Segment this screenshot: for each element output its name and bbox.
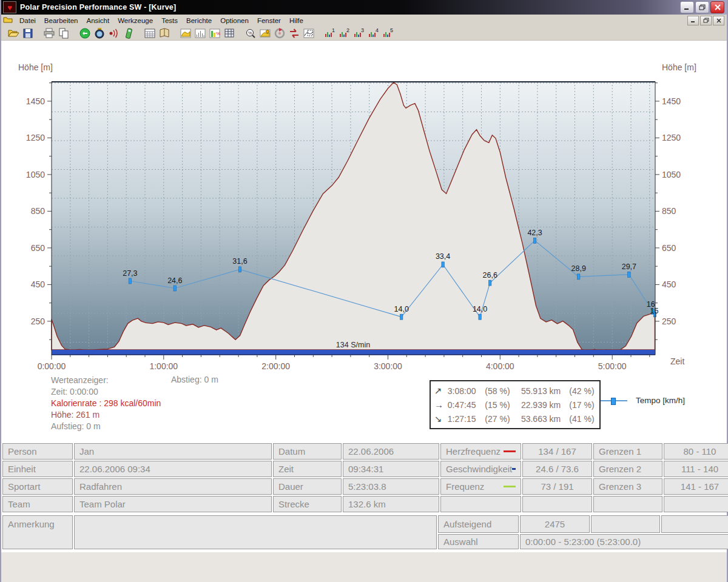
menu-item-werkzeuge[interactable]: Werkzeuge xyxy=(113,16,157,25)
app-heart-icon: ♥ xyxy=(3,1,16,13)
label-person: Person xyxy=(2,443,73,460)
zoom-icon[interactable]: % xyxy=(243,26,258,40)
svg-text:1450: 1450 xyxy=(26,96,45,106)
mdi-minimize-button[interactable] xyxy=(687,16,699,25)
value-indicator-zeit: Zeit: 0:00:00 xyxy=(51,386,161,398)
label-frequenz-color-swatch xyxy=(504,486,516,487)
svg-text:0:00:00: 0:00:00 xyxy=(38,361,66,371)
svg-text:%: % xyxy=(248,31,252,35)
remote-icon[interactable] xyxy=(121,26,136,40)
mdi-restore-button[interactable] xyxy=(700,16,712,25)
watch-icon[interactable] xyxy=(92,26,107,40)
open-icon[interactable] xyxy=(6,26,21,40)
swap-icon[interactable] xyxy=(287,26,302,40)
report-5-icon[interactable]: 5 xyxy=(381,26,396,40)
label-einheit: Einheit xyxy=(2,461,73,477)
flat-distance: 22.939 km xyxy=(521,400,569,410)
value-indicator-kalorienrate: Kalorienrate : 298 kcal/60min xyxy=(51,398,161,409)
gradient-stats-box: ↗ 3:08:00 (58 %) 55.913 km (42 %) → 0:47… xyxy=(430,380,601,429)
menu-item-optionen[interactable]: Optionen xyxy=(216,16,253,25)
menu-item-ansicht[interactable]: Ansicht xyxy=(82,16,113,25)
value-grenzen-2: 111 - 140 xyxy=(664,461,728,477)
menu-bar: DateiBearbeitenAnsichtWerkzeugeTestsBeri… xyxy=(1,15,727,27)
report-1-icon[interactable]: 1 xyxy=(323,26,337,40)
svg-text:1250: 1250 xyxy=(26,133,45,142)
mdi-close-button[interactable] xyxy=(713,16,724,25)
percent-icon[interactable]: % xyxy=(207,26,222,40)
tempo-line-marker-icon xyxy=(601,400,627,401)
title-bar: ♥ Polar Precision Performance SW - [Kurv… xyxy=(1,0,727,15)
value-geschwindigkeit: 24.6 / 73.6 xyxy=(522,461,592,477)
label-grenzen-2: Grenzen 2 xyxy=(593,461,662,477)
value-indicator-abstieg: Abstieg: 0 m xyxy=(171,375,218,384)
svg-text:Höhe [m]: Höhe [m] xyxy=(662,62,696,72)
menu-item-hilfe[interactable]: Hilfe xyxy=(285,16,308,25)
app-window: ♥ Polar Precision Performance SW - [Kurv… xyxy=(0,0,728,582)
stats-row-descent: ↘ 1:27:15 (27 %) 53.663 km (41 %) xyxy=(434,412,596,426)
svg-text:28,9: 28,9 xyxy=(571,264,586,273)
transfer-icon[interactable] xyxy=(78,26,92,40)
empty-cell xyxy=(664,496,728,512)
value-datum: 22.06.2006 xyxy=(343,443,439,460)
distribution-icon[interactable] xyxy=(193,26,207,40)
label-grenzen-1: Grenzen 1 xyxy=(593,443,662,460)
diary-icon[interactable] xyxy=(157,26,172,40)
menu-item-tests[interactable]: Tests xyxy=(157,16,182,25)
value-dauer: 5:23:03.8 xyxy=(343,478,439,495)
info-curve-icon[interactable] xyxy=(258,26,272,40)
flat-distance-pct: (17 %) xyxy=(569,400,596,410)
value-team: Team Polar xyxy=(74,496,272,512)
curve-icon[interactable] xyxy=(178,26,193,40)
value-indicator: Werteanzeiger: Zeit: 0:00:00 Kalorienrat… xyxy=(51,375,161,432)
label-anmerkung: Anmerkung xyxy=(2,515,73,549)
laps-icon[interactable] xyxy=(272,26,287,40)
svg-text:1450: 1450 xyxy=(662,96,681,106)
save-icon[interactable] xyxy=(21,26,35,40)
value-zeit: 09:34:31 xyxy=(343,461,439,477)
arrow-up-right-icon: ↗ xyxy=(434,386,448,396)
menu-item-berichte[interactable]: Berichte xyxy=(182,16,216,25)
report-4-icon[interactable]: 4 xyxy=(366,26,381,40)
report-3-icon[interactable]: 3 xyxy=(352,26,366,40)
svg-text:650: 650 xyxy=(31,243,46,253)
document-folder-icon[interactable] xyxy=(3,16,13,25)
svg-text:2: 2 xyxy=(346,27,349,33)
ascent-time: 3:08:00 xyxy=(448,386,485,396)
restore-button[interactable] xyxy=(695,1,709,13)
label-sportart: Sportart xyxy=(2,478,73,495)
menu-item-datei[interactable]: Datei xyxy=(15,16,40,25)
flat-time: 0:47:45 xyxy=(448,400,485,410)
svg-text:42,3: 42,3 xyxy=(527,229,542,237)
label-dauer: Dauer xyxy=(273,478,342,495)
calendar-icon[interactable] xyxy=(143,26,157,40)
print-icon[interactable] xyxy=(42,26,56,40)
svg-text:1050: 1050 xyxy=(662,170,681,179)
label-herzfrequenz: Herzfrequenz xyxy=(440,443,521,460)
value-einheit: 22.06.2006 09:34 xyxy=(74,461,272,477)
svg-text:Höhe [m]: Höhe [m] xyxy=(18,62,53,72)
svg-text:850: 850 xyxy=(662,206,676,216)
exercise-info-table: PersonJanDatum22.06.2006Herzfrequenz134 … xyxy=(2,443,728,512)
svg-text:14,0: 14,0 xyxy=(394,305,409,313)
minimize-button[interactable] xyxy=(680,1,694,13)
close-button[interactable] xyxy=(710,1,724,13)
curve-chart[interactable]: 134 S/min27,324,631,614,033,414,026,642,… xyxy=(1,58,728,378)
descent-time: 1:27:15 xyxy=(448,414,485,424)
infrared-icon[interactable] xyxy=(107,26,121,40)
menu-item-bearbeiten[interactable]: Bearbeiten xyxy=(40,16,83,25)
ascent-distance: 55.913 km xyxy=(521,386,569,396)
svg-text:2:00:00: 2:00:00 xyxy=(261,361,290,371)
report-2-icon[interactable]: 2 xyxy=(337,26,352,40)
label-grenzen-3: Grenzen 3 xyxy=(593,478,662,495)
empty-cell xyxy=(522,496,592,512)
svg-text:5:00:00: 5:00:00 xyxy=(598,361,627,371)
menu-item-fenster[interactable]: Fenster xyxy=(253,16,285,25)
svg-text:4:00:00: 4:00:00 xyxy=(486,361,514,371)
svg-text:850: 850 xyxy=(31,206,46,216)
arrow-down-right-icon: ↘ xyxy=(434,413,448,424)
grid-icon[interactable] xyxy=(222,26,237,40)
label-auswahl: Auswahl xyxy=(438,534,519,549)
copy-icon[interactable] xyxy=(56,26,71,40)
label-datum: Datum xyxy=(273,443,342,460)
selection-icon[interactable] xyxy=(302,26,316,40)
